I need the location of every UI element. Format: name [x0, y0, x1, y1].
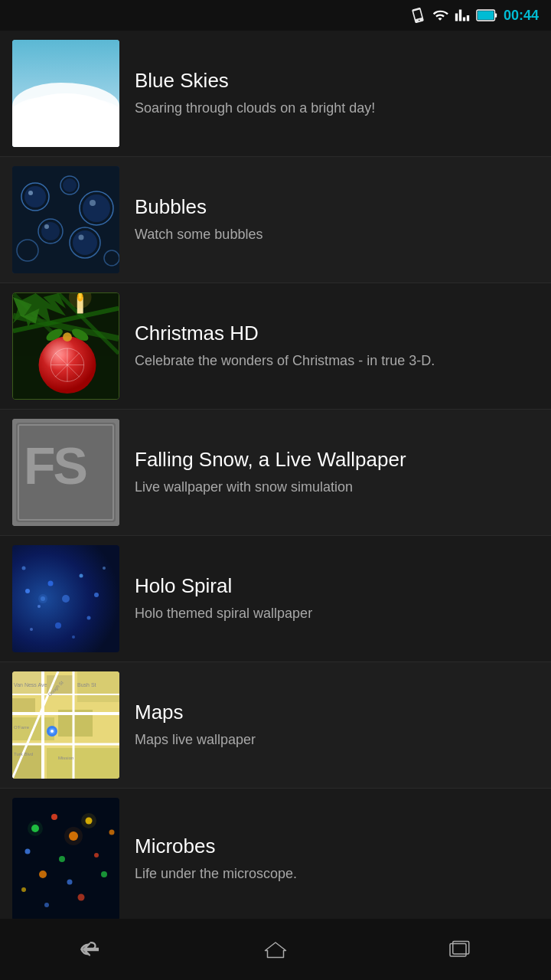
back-button[interactable]	[61, 926, 122, 972]
wallpaper-list: Blue Skies Soaring through clouds on a b…	[0, 31, 551, 919]
svg-text:O'Farre: O'Farre	[14, 725, 30, 730]
item-description: Watch some bubbles	[135, 225, 539, 244]
item-thumbnail	[12, 798, 119, 919]
item-thumbnail: FS	[12, 419, 119, 526]
svg-point-21	[28, 191, 33, 195]
navigation-bar	[0, 919, 551, 980]
svg-point-22	[90, 200, 96, 206]
falling-snow-thumb-svg: FS	[12, 419, 119, 526]
svg-point-58	[55, 622, 61, 629]
item-title: Microbes	[135, 835, 539, 858]
svg-point-97	[39, 871, 47, 878]
svg-point-100	[21, 887, 26, 892]
item-text: Holo Spiral Holo themed spiral wallpaper	[135, 574, 539, 623]
svg-text:Turk Blvd: Turk Blvd	[14, 752, 33, 756]
svg-point-4	[12, 93, 119, 147]
wifi-icon	[432, 8, 448, 23]
recents-button[interactable]	[429, 926, 490, 972]
svg-point-52	[37, 605, 41, 608]
svg-point-102	[44, 903, 49, 907]
svg-point-88	[51, 730, 54, 733]
item-text: Blue Skies Soaring through clouds on a b…	[135, 69, 539, 118]
item-thumbnail: Van Ness Ave Gough St Bush St O'Farre Tu…	[12, 671, 119, 779]
item-description: Soaring through clouds on a bright day!	[135, 99, 539, 118]
list-item[interactable]: Bubbles Watch some bubbles	[0, 157, 551, 283]
svg-point-42	[63, 332, 72, 341]
svg-point-91	[51, 814, 57, 820]
item-title: Maps	[135, 701, 539, 724]
item-title: Holo Spiral	[135, 574, 539, 598]
svg-point-62	[72, 635, 75, 639]
svg-point-5	[12, 97, 81, 147]
svg-point-57	[30, 628, 33, 631]
svg-point-94	[59, 856, 65, 862]
item-thumbnail	[12, 545, 119, 652]
svg-text:Bush St: Bush St	[77, 682, 96, 688]
svg-text:Mission: Mission	[58, 756, 73, 760]
list-item[interactable]: Microbes Life under the microscope.	[0, 789, 551, 919]
svg-point-24	[79, 235, 84, 240]
holo-spiral-thumb-svg	[12, 545, 119, 652]
svg-point-7	[20, 93, 112, 139]
svg-point-14	[83, 194, 110, 222]
svg-point-101	[78, 894, 85, 901]
item-text: Maps Maps live wallpaper	[135, 701, 539, 750]
item-text: Microbes Life under the microscope.	[135, 835, 539, 884]
svg-text:Van Ness Ave: Van Ness Ave	[14, 682, 47, 688]
item-text: Christmas HD Celebrate the wonders of Ch…	[135, 322, 539, 371]
item-description: Live wallpaper with snow simulation	[135, 478, 539, 497]
blue-skies-thumb-svg	[12, 40, 119, 147]
item-thumbnail	[12, 166, 119, 273]
svg-point-98	[67, 880, 73, 885]
item-title: Blue Skies	[135, 69, 539, 93]
svg-point-93	[25, 849, 31, 854]
status-bar: 00:44	[0, 0, 551, 31]
item-title: Christmas HD	[135, 322, 539, 345]
item-text: Bubbles Watch some bubbles	[135, 195, 539, 244]
svg-rect-3	[12, 40, 119, 147]
svg-point-16	[41, 222, 60, 240]
svg-point-103	[109, 830, 115, 835]
svg-point-18	[73, 230, 97, 255]
svg-rect-73	[47, 748, 119, 779]
item-description: Maps live wallpaper	[135, 730, 539, 750]
battery-icon	[476, 8, 497, 23]
microbes-thumb-svg	[12, 798, 119, 919]
svg-point-105	[64, 827, 83, 845]
svg-point-96	[94, 853, 99, 858]
item-description: Celebrate the wonders of Christmas - in …	[135, 351, 539, 371]
svg-point-55	[80, 574, 83, 578]
svg-rect-2	[478, 11, 494, 19]
svg-point-51	[25, 589, 30, 593]
list-item[interactable]: Blue Skies Soaring through clouds on a b…	[0, 31, 551, 157]
recents-icon	[445, 936, 473, 963]
bubbles-thumb-svg	[12, 166, 119, 273]
svg-point-54	[62, 595, 70, 603]
svg-point-64	[41, 596, 45, 601]
svg-point-6	[47, 99, 119, 147]
list-item[interactable]: FS Falling Snow, a Live Wallpaper Live w…	[0, 410, 551, 536]
svg-point-106	[81, 813, 96, 828]
item-text: Falling Snow, a Live Wallpaper Live wall…	[135, 448, 539, 497]
list-item[interactable]: Holo Spiral Holo themed spiral wallpaper	[0, 536, 551, 662]
status-time: 00:44	[504, 8, 539, 24]
christmas-thumb-svg	[13, 292, 119, 400]
list-item[interactable]: Christmas HD Celebrate the wonders of Ch…	[0, 283, 551, 410]
data-icon	[455, 8, 470, 23]
svg-rect-69	[12, 698, 35, 714]
svg-point-10	[24, 186, 46, 207]
svg-point-59	[87, 616, 91, 620]
svg-rect-89	[12, 798, 119, 919]
home-button[interactable]	[245, 926, 306, 972]
item-description: Life under the microscope.	[135, 864, 539, 884]
svg-point-99	[101, 871, 107, 877]
list-item[interactable]: Van Ness Ave Gough St Bush St O'Farre Tu…	[0, 662, 551, 789]
svg-point-12	[63, 178, 77, 192]
status-icons: 00:44	[410, 8, 539, 24]
svg-point-53	[48, 581, 54, 586]
home-icon	[262, 936, 289, 963]
svg-point-104	[28, 821, 43, 836]
back-icon	[78, 936, 106, 963]
item-title: Bubbles	[135, 195, 539, 219]
item-title: Falling Snow, a Live Wallpaper	[135, 448, 539, 472]
